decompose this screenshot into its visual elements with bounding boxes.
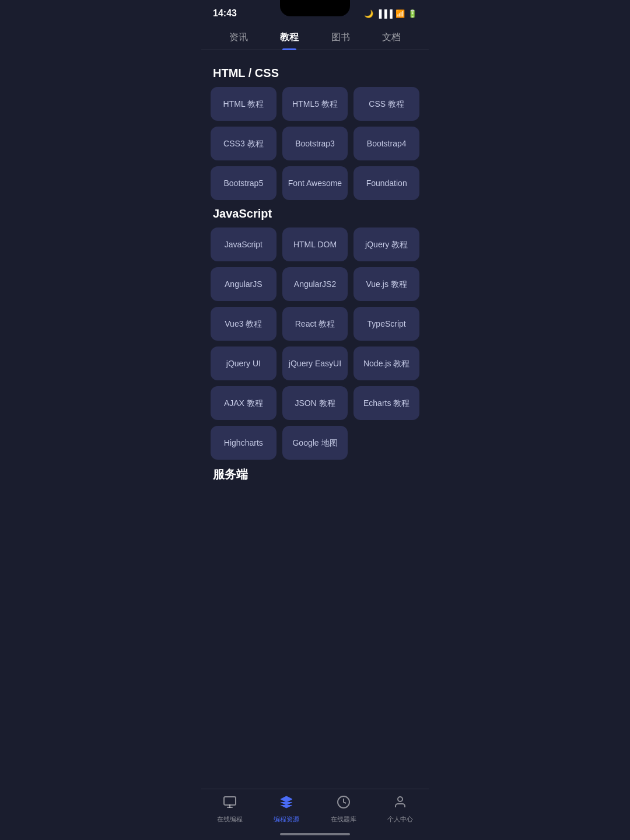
btn-jquery-ui[interactable]: jQuery UI [211, 346, 276, 380]
tab-tutorial[interactable]: 教程 [273, 27, 306, 50]
btn-html5[interactable]: HTML5 教程 [282, 87, 348, 121]
btn-echarts[interactable]: Echarts 教程 [354, 386, 419, 420]
javascript-grid: JavaScript HTML DOM jQuery 教程 AngularJS … [211, 228, 419, 460]
btn-ajax[interactable]: AJAX 教程 [211, 386, 276, 420]
wifi-icon: 📶 [396, 9, 405, 18]
btn-bootstrap5[interactable]: Bootstrap5 [211, 166, 276, 200]
btn-typescript[interactable]: TypeScript [354, 307, 419, 341]
tab-books[interactable]: 图书 [324, 27, 357, 50]
btn-javascript[interactable]: JavaScript [211, 228, 276, 261]
btn-highcharts[interactable]: Highcharts [211, 426, 276, 460]
btn-vue3[interactable]: Vue3 教程 [211, 307, 276, 341]
signal-icon: ▐▐▐ [376, 9, 393, 18]
top-tabs: 资讯 教程 图书 文档 [201, 22, 429, 50]
btn-font-awesome[interactable]: Font Awesome [282, 166, 348, 200]
btn-jquery[interactable]: jQuery 教程 [354, 228, 419, 261]
btn-jquery-easyui[interactable]: jQuery EasyUI [282, 346, 348, 380]
btn-html[interactable]: HTML 教程 [211, 87, 276, 121]
btn-angularjs[interactable]: AngularJS [211, 267, 276, 301]
tab-news[interactable]: 资讯 [222, 27, 255, 50]
btn-css[interactable]: CSS 教程 [354, 87, 419, 121]
html-css-grid: HTML 教程 HTML5 教程 CSS 教程 CSS3 教程 Bootstra… [211, 87, 419, 200]
btn-google-map[interactable]: Google 地图 [282, 426, 348, 460]
btn-vuejs[interactable]: Vue.js 教程 [354, 267, 419, 301]
battery-icon: 🔋 [408, 9, 417, 18]
tab-docs[interactable]: 文档 [375, 27, 408, 50]
status-icons: 🌙 ▐▐▐ 📶 🔋 [364, 9, 417, 18]
status-time: 14:43 [213, 8, 237, 19]
section-title-server: 服务端 [213, 467, 419, 482]
section-title-html-css: HTML / CSS [213, 66, 419, 80]
btn-css3[interactable]: CSS3 教程 [211, 127, 276, 160]
btn-react[interactable]: React 教程 [282, 307, 348, 341]
btn-angularjs2[interactable]: AngularJS2 [282, 267, 348, 301]
btn-foundation[interactable]: Foundation [354, 166, 419, 200]
moon-icon: 🌙 [364, 9, 373, 18]
btn-json[interactable]: JSON 教程 [282, 386, 348, 420]
section-title-javascript: JavaScript [213, 207, 419, 220]
notch [280, 0, 350, 16]
main-content: HTML / CSS HTML 教程 HTML5 教程 CSS 教程 CSS3 … [201, 60, 429, 536]
btn-nodejs[interactable]: Node.js 教程 [354, 346, 419, 380]
btn-bootstrap4[interactable]: Bootstrap4 [354, 127, 419, 160]
btn-html-dom[interactable]: HTML DOM [282, 228, 348, 261]
btn-bootstrap3[interactable]: Bootstrap3 [282, 127, 348, 160]
